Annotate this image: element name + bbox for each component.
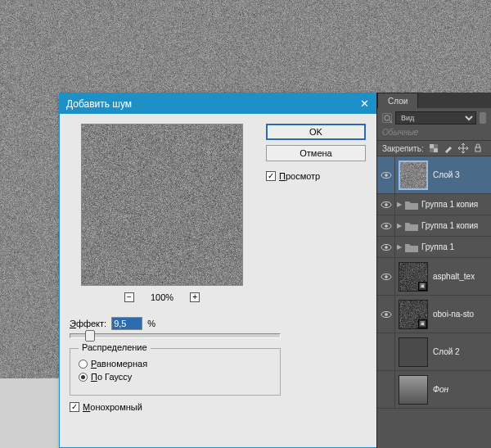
folder-icon (405, 221, 418, 231)
layer-row-background[interactable]: Фон (377, 371, 491, 409)
gaussian-radio[interactable] (79, 373, 88, 382)
layer-row-group[interactable]: ▶ Группа 1 (377, 237, 491, 258)
cancel-button[interactable]: Отмена (266, 145, 366, 161)
distribution-group: Распределение Равномерная По Гауссу (70, 348, 281, 396)
lock-all-icon[interactable] (473, 143, 483, 153)
dialog-title: Добавить шум (66, 98, 132, 110)
blend-mode-display: Обычные (377, 128, 491, 140)
layer-thumbnail[interactable] (399, 337, 428, 367)
effect-slider[interactable] (70, 333, 281, 338)
layer-name[interactable]: asphalt_tex (431, 272, 491, 281)
svg-point-13 (385, 246, 388, 249)
svg-point-17 (385, 313, 388, 316)
svg-point-15 (385, 275, 388, 278)
layer-thumbnail[interactable]: ▣ (399, 262, 428, 292)
uniform-radio[interactable] (79, 360, 88, 369)
layer-row-group-copy-2[interactable]: ▶ Группа 1 копия (377, 194, 491, 215)
filter-toggle[interactable] (480, 112, 486, 124)
add-noise-dialog: Добавить шум ✕ − 100% + OK Отмена Просмо… (59, 93, 378, 448)
ok-button[interactable]: OK (266, 124, 366, 140)
lock-label: Закрепить: (382, 144, 424, 153)
layer-row-asphalt[interactable]: ▣ asphalt_tex (377, 258, 491, 296)
uniform-label: Равномерная (91, 359, 147, 369)
visibility-toggle[interactable] (377, 194, 395, 215)
filter-type-select[interactable]: Вид (395, 111, 476, 124)
preview-label: Просмотр (279, 171, 320, 181)
layers-panel: Слои Вид Обычные Закрепить: Слой 3 ▶ Гру… (376, 93, 491, 448)
folder-icon (405, 242, 418, 252)
lock-paint-icon[interactable] (444, 143, 453, 153)
visibility-toggle[interactable] (377, 296, 395, 333)
visibility-toggle[interactable] (377, 258, 395, 295)
visibility-toggle[interactable] (377, 237, 395, 257)
smart-object-icon: ▣ (418, 319, 427, 328)
expand-icon[interactable]: ▶ (395, 201, 403, 208)
dialog-titlebar[interactable]: Добавить шум ✕ (60, 93, 377, 114)
mono-checkbox[interactable] (70, 402, 79, 412)
lock-move-icon[interactable] (458, 143, 468, 153)
layer-name[interactable]: Группа 1 копия (420, 200, 491, 209)
layer-name[interactable]: Слой 3 (431, 170, 491, 179)
layer-thumbnail[interactable] (399, 161, 428, 190)
layer-name[interactable]: Фон (431, 385, 491, 394)
tab-layers[interactable]: Слои (377, 93, 418, 108)
folder-icon (405, 200, 418, 210)
mono-label: Монохромный (83, 402, 142, 412)
zoom-in-button[interactable]: + (190, 292, 200, 302)
effect-value-input[interactable] (111, 317, 142, 330)
visibility-toggle[interactable] (377, 371, 395, 408)
visibility-toggle[interactable] (377, 333, 395, 370)
layer-list: Слой 3 ▶ Группа 1 копия ▶ Группа 1 копия… (377, 156, 491, 409)
close-icon[interactable]: ✕ (356, 97, 372, 110)
svg-rect-5 (475, 147, 480, 152)
svg-point-9 (385, 203, 388, 206)
layer-name[interactable]: Слой 2 (431, 347, 491, 356)
layer-row-selected[interactable]: Слой 3 (377, 156, 491, 194)
layer-thumbnail[interactable]: ▣ (399, 300, 428, 329)
svg-line-1 (390, 120, 392, 123)
layer-name[interactable]: oboi-na-sto (431, 310, 491, 319)
slider-thumb[interactable] (85, 330, 95, 342)
smart-object-icon: ▣ (418, 282, 427, 291)
svg-point-11 (385, 224, 388, 228)
layer-name[interactable]: Группа 1 копия (420, 221, 491, 230)
svg-point-0 (385, 115, 390, 120)
layer-name[interactable]: Группа 1 (420, 242, 491, 251)
layer-thumbnail[interactable] (399, 375, 428, 405)
lock-transparency-icon[interactable] (429, 143, 439, 153)
svg-point-7 (385, 174, 388, 177)
expand-icon[interactable]: ▶ (395, 243, 403, 251)
svg-rect-4 (434, 148, 438, 152)
distribution-legend: Распределение (79, 342, 151, 352)
visibility-toggle[interactable] (377, 215, 395, 236)
effect-unit: % (147, 319, 155, 328)
preview-checkbox-row[interactable]: Просмотр (266, 171, 366, 181)
visibility-toggle[interactable] (377, 156, 395, 193)
effect-label: Эффект: (70, 319, 106, 328)
zoom-percent: 100% (151, 292, 173, 302)
gaussian-label: По Гауссу (91, 372, 132, 382)
expand-icon[interactable]: ▶ (395, 222, 403, 229)
layer-row-oboi[interactable]: ▣ oboi-na-sto (377, 296, 491, 333)
svg-rect-3 (430, 144, 434, 148)
preview-thumbnail[interactable] (81, 124, 243, 286)
search-icon[interactable] (382, 113, 392, 123)
layer-row-group-copy[interactable]: ▶ Группа 1 копия (377, 215, 491, 237)
zoom-out-button[interactable]: − (124, 292, 134, 302)
preview-checkbox[interactable] (266, 171, 276, 181)
lock-row: Закрепить: (377, 140, 491, 156)
layer-row-layer2[interactable]: Слой 2 (377, 333, 491, 371)
